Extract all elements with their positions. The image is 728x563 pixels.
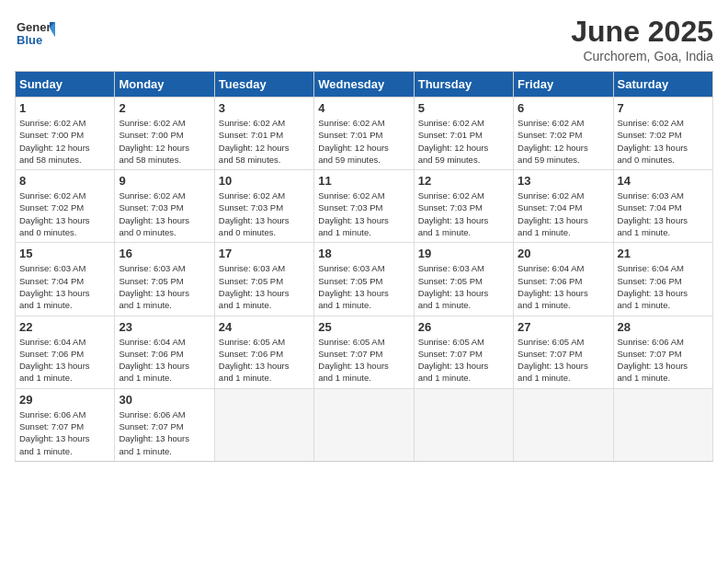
calendar-day-cell: 14Sunrise: 6:03 AMSunset: 7:04 PMDayligh…: [613, 170, 712, 243]
calendar-day-cell: 10Sunrise: 6:02 AMSunset: 7:03 PMDayligh…: [214, 170, 313, 243]
day-number: 10: [219, 174, 310, 188]
day-number: 25: [318, 320, 409, 334]
day-number: 28: [618, 320, 709, 334]
calendar-week-row: 1Sunrise: 6:02 AMSunset: 7:00 PMDaylight…: [16, 98, 713, 170]
day-info: Sunrise: 6:02 AMSunset: 7:02 PMDaylight:…: [19, 190, 110, 238]
day-info: Sunrise: 6:02 AMSunset: 7:03 PMDaylight:…: [119, 190, 210, 238]
day-of-week-header: Wednesday: [314, 72, 414, 98]
day-number: 17: [219, 247, 310, 260]
day-number: 9: [119, 174, 210, 188]
day-number: 16: [119, 247, 210, 260]
calendar-day-cell: 20Sunrise: 6:04 AMSunset: 7:06 PMDayligh…: [514, 243, 613, 316]
subtitle: Curchorem, Goa, India: [571, 49, 713, 63]
day-info: Sunrise: 6:05 AMSunset: 7:06 PMDaylight:…: [219, 336, 310, 385]
day-number: 29: [19, 393, 110, 407]
day-number: 19: [418, 247, 509, 260]
calendar-header-row: SundayMondayTuesdayWednesdayThursdayFrid…: [16, 72, 713, 98]
day-number: 4: [318, 101, 409, 115]
day-info: Sunrise: 6:05 AMSunset: 7:07 PMDaylight:…: [318, 336, 409, 385]
day-info: Sunrise: 6:03 AMSunset: 7:04 PMDaylight:…: [618, 190, 709, 238]
day-number: 26: [418, 320, 509, 334]
day-number: 2: [119, 101, 210, 115]
calendar-day-cell: 29Sunrise: 6:06 AMSunset: 7:07 PMDayligh…: [16, 388, 115, 461]
day-info: Sunrise: 6:04 AMSunset: 7:06 PMDaylight:…: [618, 262, 709, 311]
day-number: 8: [19, 174, 110, 188]
page-header: General Blue June 2025 Curchorem, Goa, I…: [15, 15, 713, 63]
calendar-day-cell: 25Sunrise: 6:05 AMSunset: 7:07 PMDayligh…: [314, 316, 414, 388]
calendar-day-cell: 30Sunrise: 6:06 AMSunset: 7:07 PMDayligh…: [115, 388, 214, 461]
day-info: Sunrise: 6:03 AMSunset: 7:05 PMDaylight:…: [119, 262, 210, 311]
title-area: June 2025 Curchorem, Goa, India: [571, 15, 713, 63]
day-info: Sunrise: 6:04 AMSunset: 7:06 PMDaylight:…: [119, 336, 210, 385]
day-info: Sunrise: 6:02 AMSunset: 7:01 PMDaylight:…: [318, 117, 409, 166]
day-number: 20: [518, 247, 609, 260]
calendar-day-cell: 5Sunrise: 6:02 AMSunset: 7:01 PMDaylight…: [414, 98, 513, 170]
calendar-day-cell: 11Sunrise: 6:02 AMSunset: 7:03 PMDayligh…: [314, 170, 414, 243]
day-number: 21: [618, 247, 709, 260]
day-info: Sunrise: 6:02 AMSunset: 7:02 PMDaylight:…: [618, 117, 709, 166]
calendar-day-cell: 16Sunrise: 6:03 AMSunset: 7:05 PMDayligh…: [115, 243, 214, 316]
calendar-day-cell: 27Sunrise: 6:05 AMSunset: 7:07 PMDayligh…: [514, 316, 613, 388]
calendar-day-cell: 9Sunrise: 6:02 AMSunset: 7:03 PMDaylight…: [115, 170, 214, 243]
day-info: Sunrise: 6:03 AMSunset: 7:05 PMDaylight:…: [418, 262, 509, 311]
day-number: 22: [19, 320, 110, 334]
day-of-week-header: Tuesday: [214, 72, 313, 98]
day-number: 11: [318, 174, 409, 188]
day-number: 5: [418, 101, 509, 115]
day-of-week-header: Monday: [115, 72, 214, 98]
calendar-day-cell: 2Sunrise: 6:02 AMSunset: 7:00 PMDaylight…: [115, 98, 214, 170]
calendar-day-cell: 6Sunrise: 6:02 AMSunset: 7:02 PMDaylight…: [514, 98, 613, 170]
svg-text:General: General: [17, 20, 55, 34]
calendar-day-cell: 7Sunrise: 6:02 AMSunset: 7:02 PMDaylight…: [613, 98, 712, 170]
calendar-day-cell: [414, 388, 513, 461]
calendar-day-cell: 15Sunrise: 6:03 AMSunset: 7:04 PMDayligh…: [16, 243, 115, 316]
calendar-day-cell: 23Sunrise: 6:04 AMSunset: 7:06 PMDayligh…: [115, 316, 214, 388]
day-info: Sunrise: 6:06 AMSunset: 7:07 PMDaylight:…: [119, 408, 210, 457]
day-info: Sunrise: 6:06 AMSunset: 7:07 PMDaylight:…: [618, 336, 709, 385]
calendar-week-row: 15Sunrise: 6:03 AMSunset: 7:04 PMDayligh…: [16, 243, 713, 316]
calendar-table: SundayMondayTuesdayWednesdayThursdayFrid…: [15, 71, 713, 462]
day-info: Sunrise: 6:02 AMSunset: 7:03 PMDaylight:…: [219, 190, 310, 238]
day-number: 30: [119, 393, 210, 407]
calendar-day-cell: 12Sunrise: 6:02 AMSunset: 7:03 PMDayligh…: [414, 170, 513, 243]
calendar-week-row: 8Sunrise: 6:02 AMSunset: 7:02 PMDaylight…: [16, 170, 713, 243]
day-info: Sunrise: 6:04 AMSunset: 7:06 PMDaylight:…: [518, 262, 609, 311]
day-info: Sunrise: 6:05 AMSunset: 7:07 PMDaylight:…: [518, 336, 609, 385]
day-number: 15: [19, 247, 110, 260]
day-info: Sunrise: 6:06 AMSunset: 7:07 PMDaylight:…: [19, 408, 110, 457]
day-number: 23: [119, 320, 210, 334]
day-info: Sunrise: 6:02 AMSunset: 7:00 PMDaylight:…: [19, 117, 110, 166]
day-number: 13: [518, 174, 609, 188]
calendar-day-cell: [314, 388, 414, 461]
calendar-day-cell: [214, 388, 313, 461]
day-number: 7: [618, 101, 709, 115]
calendar-week-row: 29Sunrise: 6:06 AMSunset: 7:07 PMDayligh…: [16, 388, 713, 461]
day-number: 18: [318, 247, 409, 260]
day-of-week-header: Saturday: [613, 72, 712, 98]
day-number: 14: [618, 174, 709, 188]
day-info: Sunrise: 6:02 AMSunset: 7:03 PMDaylight:…: [418, 190, 509, 238]
day-info: Sunrise: 6:02 AMSunset: 7:01 PMDaylight:…: [418, 117, 509, 166]
day-info: Sunrise: 6:02 AMSunset: 7:03 PMDaylight:…: [318, 190, 409, 238]
day-info: Sunrise: 6:02 AMSunset: 7:00 PMDaylight:…: [119, 117, 210, 166]
calendar-day-cell: 28Sunrise: 6:06 AMSunset: 7:07 PMDayligh…: [613, 316, 712, 388]
day-number: 27: [518, 320, 609, 334]
calendar-week-row: 22Sunrise: 6:04 AMSunset: 7:06 PMDayligh…: [16, 316, 713, 388]
day-info: Sunrise: 6:04 AMSunset: 7:06 PMDaylight:…: [19, 336, 110, 385]
day-of-week-header: Sunday: [16, 72, 115, 98]
day-number: 3: [219, 101, 310, 115]
calendar-day-cell: 8Sunrise: 6:02 AMSunset: 7:02 PMDaylight…: [16, 170, 115, 243]
calendar-day-cell: 22Sunrise: 6:04 AMSunset: 7:06 PMDayligh…: [16, 316, 115, 388]
calendar-day-cell: [613, 388, 712, 461]
month-title: June 2025: [571, 15, 713, 49]
calendar-day-cell: 24Sunrise: 6:05 AMSunset: 7:06 PMDayligh…: [214, 316, 313, 388]
day-info: Sunrise: 6:02 AMSunset: 7:02 PMDaylight:…: [518, 117, 609, 166]
day-info: Sunrise: 6:02 AMSunset: 7:04 PMDaylight:…: [518, 190, 609, 238]
calendar-day-cell: 19Sunrise: 6:03 AMSunset: 7:05 PMDayligh…: [414, 243, 513, 316]
calendar-day-cell: 4Sunrise: 6:02 AMSunset: 7:01 PMDaylight…: [314, 98, 414, 170]
calendar-day-cell: 26Sunrise: 6:05 AMSunset: 7:07 PMDayligh…: [414, 316, 513, 388]
day-info: Sunrise: 6:05 AMSunset: 7:07 PMDaylight:…: [418, 336, 509, 385]
day-number: 24: [219, 320, 310, 334]
day-number: 1: [19, 101, 110, 115]
svg-text:Blue: Blue: [17, 33, 42, 47]
